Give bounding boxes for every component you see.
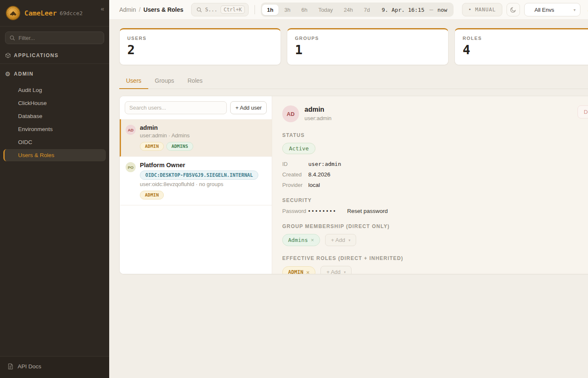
package-icon	[5, 52, 11, 58]
stat-card-users: USERS 2	[119, 28, 281, 65]
group-membership-heading: GROUP MEMBERSHIP (DIRECT ONLY)	[282, 223, 588, 229]
stat-card-roles: ROLES 4	[454, 28, 588, 65]
sidebar-section-applications[interactable]: APPLICATIONS	[0, 47, 109, 63]
time-preset-1h[interactable]: 1h	[262, 5, 278, 15]
breadcrumb-admin[interactable]: Admin	[119, 6, 136, 13]
breadcrumb: Admin / Users & Roles	[119, 6, 184, 13]
time-range-from[interactable]: 9. Apr. 16:15	[376, 7, 428, 13]
security-heading: SECURITY	[282, 197, 588, 203]
api-docs-link[interactable]: API Docs	[0, 356, 109, 378]
time-preset-24h[interactable]: 24h	[339, 5, 358, 15]
content-area: USERS 2 GROUPS 1 ROLES 4 Users Groups Ro…	[109, 20, 588, 378]
chevron-down-icon: ▾	[344, 270, 346, 274]
remove-group-icon[interactable]: ×	[311, 237, 314, 243]
sidebar-filter-input[interactable]	[18, 35, 100, 41]
avatar: PO	[126, 162, 136, 172]
sidebar-item-database[interactable]: Database	[3, 110, 106, 122]
field-label-id: ID	[282, 161, 308, 167]
user-list-item-admin[interactable]: AD admin user:admin · Admins ADMIN ADMIN…	[120, 119, 272, 157]
group-chip-label: Admins	[288, 237, 308, 243]
role-badge: ADMIN	[140, 191, 164, 200]
add-group-button[interactable]: + Add ▾	[325, 234, 356, 246]
user-meta: user:admin · Admins	[140, 132, 193, 139]
effective-roles-heading: EFFECTIVE ROLES (DIRECT + INHERITED)	[282, 255, 588, 261]
password-label: Password	[282, 208, 308, 214]
sidebar-item-clickhouse[interactable]: ClickHouse	[3, 97, 106, 109]
stat-card-groups: GROUPS 1	[287, 28, 449, 65]
time-preset-7d[interactable]: 7d	[359, 5, 375, 15]
field-value-provider: local	[308, 182, 320, 188]
user-detail: AD admin user:admin Delete STATUS Active…	[272, 96, 588, 274]
add-group-label: + Add	[331, 237, 345, 243]
password-mask: ••••••••	[308, 208, 337, 214]
stat-value: 1	[295, 42, 441, 57]
field-value-id: user:admin	[308, 161, 341, 167]
environment-select-value: All Envs	[535, 7, 554, 13]
role-chip-admin: ADMIN ×	[282, 266, 315, 274]
user-list-item-platform-owner[interactable]: PO Platform Owner OIDC:DESKTOP-FB5VGJ9.S…	[120, 157, 272, 205]
sidebar-item-users-roles[interactable]: Users & Roles	[3, 149, 106, 161]
top-bar: Admin / Users & Roles S... Ctrl+K 1h 3h …	[109, 0, 588, 20]
time-preset-6h[interactable]: 6h	[296, 5, 312, 15]
add-role-button[interactable]: + Add ▾	[320, 266, 352, 274]
user-search-input[interactable]	[125, 101, 227, 114]
gear-icon: ⚙	[5, 71, 11, 77]
user-name: admin	[140, 124, 193, 131]
add-user-button[interactable]: + Add user	[230, 101, 267, 114]
role-chip-label: ADMIN	[288, 269, 303, 274]
environment-select[interactable]: All Envs ▾	[524, 3, 580, 16]
reset-password-link[interactable]: Reset password	[347, 208, 388, 214]
theme-toggle-button[interactable]	[507, 3, 520, 16]
field-label-provider: Provider	[282, 182, 308, 188]
user-meta: user:oidc:8evzqofluhld · no groups	[140, 181, 258, 187]
stat-label: GROUPS	[295, 36, 441, 41]
remove-role-icon[interactable]: ×	[306, 269, 310, 274]
chevron-down-icon: ▾	[573, 8, 575, 12]
sidebar-section-admin[interactable]: ⚙ ADMIN	[0, 65, 109, 81]
chevron-down-icon: ▾	[349, 238, 351, 242]
document-icon	[8, 363, 13, 370]
api-docs-label: API Docs	[18, 363, 41, 370]
tab-users[interactable]: Users	[119, 74, 148, 89]
time-range-to[interactable]: now	[435, 7, 452, 13]
sidebar-filter[interactable]	[5, 32, 104, 44]
build-id: 69dcce2	[60, 10, 83, 16]
time-preset-3h[interactable]: 3h	[279, 5, 295, 15]
role-badge: ADMIN	[140, 142, 164, 151]
header-divider	[255, 5, 255, 14]
sidebar-item-audit-log[interactable]: Audit Log	[3, 84, 106, 96]
refresh-mode-badge[interactable]: • MANUAL	[462, 3, 502, 16]
sidebar-collapse-icon[interactable]: «	[101, 5, 104, 12]
time-preset-today[interactable]: Today	[313, 5, 338, 15]
oidc-badge: OIDC:DESKTOP-FB5VGJ9.SIEGELN.INTERNAL	[140, 171, 258, 180]
sidebar-admin-items: Audit Log ClickHouse Database Environmen…	[0, 81, 109, 164]
global-search-button[interactable]: S... Ctrl+K	[191, 3, 249, 16]
app-title: CameLeer	[24, 9, 57, 17]
sidebar-item-oidc[interactable]: OIDC	[3, 136, 106, 148]
tab-roles[interactable]: Roles	[181, 74, 209, 89]
search-icon	[10, 35, 15, 41]
group-chip-admins: Admins ×	[282, 234, 320, 246]
stat-value: 2	[127, 42, 273, 57]
main-area: Admin / Users & Roles S... Ctrl+K 1h 3h …	[109, 0, 588, 378]
mode-label: MANUAL	[475, 7, 496, 13]
sidebar-item-environments[interactable]: Environments	[3, 123, 106, 135]
search-icon	[197, 7, 202, 13]
search-shortcut: Ctrl+K	[220, 5, 244, 14]
sidebar-divider	[0, 63, 109, 64]
stat-value: 4	[462, 42, 588, 57]
breadcrumb-current: Users & Roles	[144, 6, 184, 13]
delete-user-button[interactable]: Delete	[578, 105, 588, 118]
time-range-separator: –	[429, 6, 434, 13]
sidebar-section-label: APPLICATIONS	[14, 52, 58, 58]
time-range-selector: 1h 3h 6h Today 24h 7d 9. Apr. 16:15 – no…	[261, 3, 454, 17]
tab-groups[interactable]: Groups	[148, 74, 181, 89]
breadcrumb-separator: /	[139, 6, 141, 13]
status-badge: Active	[282, 143, 315, 154]
sidebar-section-label: ADMIN	[14, 71, 34, 77]
status-heading: STATUS	[282, 132, 588, 138]
field-label-created: Created	[282, 171, 308, 178]
stat-label: USERS	[127, 36, 273, 41]
users-panel: + Add user AD admin user:admin · Admins …	[119, 96, 588, 274]
sidebar-logo-row: CameLeer 69dcce2 «	[0, 0, 109, 26]
